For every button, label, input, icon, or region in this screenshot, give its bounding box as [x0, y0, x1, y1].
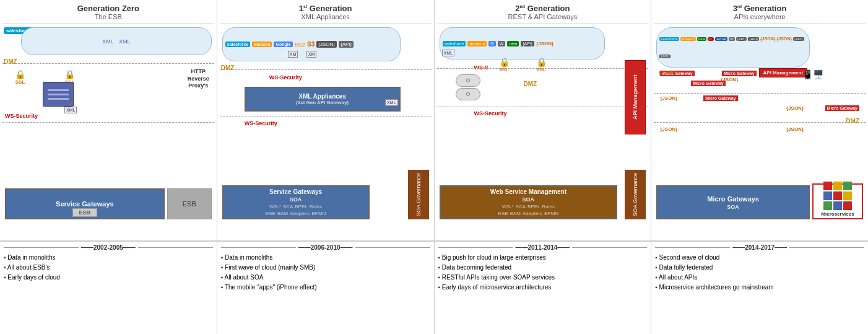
ssl-left-gen0: 🔒 SSL: [15, 69, 25, 85]
ws-security-gen1-bottom: WS-Security: [245, 120, 277, 126]
xml-doc-gen1-1: XM: [288, 51, 298, 58]
timeline-row: ——2002-2005—— Data in monoliths All abou…: [0, 241, 868, 334]
xml-badge-1: XML: [102, 38, 114, 45]
bullet-gen0-3: Early days of cloud: [4, 273, 213, 281]
bullet-gen1-4: The mobile "apps" (iPhone effect): [221, 283, 430, 291]
gen1-title: 1st Generation: [220, 4, 432, 13]
api-badge-gen1: {API}: [339, 41, 354, 48]
xml-doc-gen1-3: XML: [385, 99, 397, 106]
ms-cell-b1: [823, 191, 832, 200]
json-gen3-mid2: {JSON}: [786, 105, 804, 111]
ms-cell-r1: [823, 182, 832, 190]
new-gen2: new: [507, 41, 519, 46]
json-gen3-top1: {JSON}: [659, 69, 676, 75]
ms-cell-b2: [833, 201, 842, 210]
dmz-label-gen0: DMZ: [4, 58, 17, 65]
gen2-header: 2nd Generation REST & API Gateways: [437, 2, 649, 24]
xml-doc-gen2: XML: [442, 50, 454, 56]
json-gen3-bot1: {JSON}: [660, 126, 677, 132]
xml-doc-gen0: XML: [64, 107, 77, 113]
timeline-col-gen0: ——2002-2005—— Data in monoliths All abou…: [0, 242, 217, 334]
ms-cell-g2: [823, 201, 832, 210]
wss-gen2: WS-S: [474, 64, 489, 71]
s3-gen1: S3: [307, 41, 315, 48]
api-mgmt-gen3: API Management: [759, 68, 807, 77]
google-gen2: G: [488, 41, 495, 46]
timeline-col-gen3: ——2014-2017—— Second wave of cloud Data …: [651, 242, 868, 334]
service-gateways-gen1: Service Gateways SOA WS-*SCABPELRules ES…: [222, 185, 370, 219]
api-gen2: {API}: [521, 41, 534, 46]
main-container: Generation Zero The ESB salesforce XML X…: [0, 0, 868, 334]
bullet-gen2-4: Early days of microservice architectures: [438, 283, 648, 291]
micro-gw-label: Micro Gateways: [707, 195, 759, 203]
column-gen3: 3rd Generation APIs everywhere salesforc…: [651, 0, 868, 240]
bullet-gen3-1: Second wave of cloud: [655, 253, 864, 261]
ms-cell-y2: [843, 191, 852, 200]
dashed-bottom-gen0: [2, 122, 214, 123]
ms-cell-g1: [843, 182, 852, 190]
gray-box-gen0: ESB: [167, 188, 212, 219]
json-gen3-mid1: {JSON}: [660, 95, 677, 101]
bullet-gen1-2: First wave of cloud (mainly SMB): [221, 263, 430, 271]
sg-gen1-subrow1: WS-*SCABPELRules: [269, 204, 322, 209]
new-gen3: new: [697, 37, 706, 41]
bullet-gen2-1: Big push for cloud in large enterprises: [438, 253, 648, 261]
period-gen3: ——2014-2017——: [655, 244, 864, 251]
web-service-mgmt-gen2: Web Service Management SOA WS-*SCABPELRu…: [440, 185, 618, 219]
timeline-col-gen2: ——2011-2014—— Big push for cloud in larg…: [435, 242, 652, 334]
wsm-subrow1: WS-*SCABPELRules: [502, 204, 555, 209]
dmz-label-gen2: DMZ: [524, 81, 537, 87]
micro-gw-gen3-5: Micro Gateway: [825, 105, 859, 111]
google-gen1: Google: [274, 42, 292, 47]
wsm-label: Web Service Management: [490, 188, 566, 195]
amazon-gen1: amazon: [252, 42, 272, 47]
gen0-diagram: salesforce XML XML DMZ 🔒 SSL 🔒: [2, 26, 214, 238]
bullets-gen0: Data in monoliths All about ESB's Early …: [4, 253, 213, 281]
micro-gw-gen3-2: Micro Gateway: [722, 71, 756, 76]
soa-governance-gen2: SOA Governance: [625, 170, 646, 219]
azure-gen3: Azure: [715, 37, 727, 41]
bullet-gen3-4: Microservice architectures go mainstream: [655, 283, 864, 291]
dashed-top-gen3: [654, 93, 866, 94]
json-gen3-2: {JSON}: [777, 37, 792, 41]
microservices-label: Microservices: [821, 211, 854, 217]
micro-gw-gen3-4: Micro Gateway: [703, 95, 737, 101]
gen2-diagram: salesforce amazon G W new {API} {JSON} X…: [437, 26, 649, 238]
bullets-gen1: Data in monoliths First wave of cloud (m…: [221, 253, 430, 291]
column-gen2: 2nd Generation REST & API Gateways sales…: [435, 0, 652, 240]
soa-label-gen3: SOA: [727, 204, 739, 210]
gen3-title: 3rd Generation: [654, 4, 866, 13]
amazon-gen2: amazon: [467, 41, 487, 46]
bullet-gen1-3: All about SOA: [221, 273, 430, 281]
gen2-title: 2nd Generation: [437, 4, 649, 13]
amazon-gen3: amazon: [680, 37, 696, 41]
mobile-icons-gen3: 📱🖥️: [802, 69, 823, 79]
soa-label-gen2: SOA: [523, 196, 535, 203]
gen2-cloud: salesforce amazon G W new {API} {JSON}: [440, 27, 605, 59]
sg-gen1-subrow2: ESBBAMAdaptersBPMN: [266, 211, 326, 216]
gen2-subtitle: REST & API Gateways: [437, 13, 649, 20]
dashed-mid-gen1: [220, 116, 432, 116]
soa-governance-gen1: SOA Governance: [408, 170, 429, 219]
xml-badge-2: XML: [119, 38, 131, 45]
soa-label-gen1: SOA: [290, 196, 302, 203]
ec2-gen1: EC2: [295, 42, 306, 48]
period-gen0: ——2002-2005——: [4, 244, 213, 251]
router-gen2-1: ⬡: [456, 74, 480, 87]
router-gen2-2: ⬡: [456, 88, 480, 100]
gen0-title: Generation Zero: [2, 4, 214, 13]
bullet-gen3-2: Data fully federated: [655, 263, 864, 271]
dashed-mid-gen2: [437, 107, 649, 107]
bullets-gen2: Big push for cloud in large enterprises …: [438, 253, 648, 291]
gen1-diagram: salesforce amazon Google EC2 S3 {JSON} {…: [220, 26, 432, 238]
gen3-header: 3rd Generation APIs everywhere: [654, 2, 866, 24]
salesforce-gen1: salesforce: [225, 42, 251, 47]
microservices-box: Microservices: [812, 183, 863, 219]
gen1-subtitle: XML Appliances: [220, 13, 432, 20]
sg-gen1-label: Service Gateways: [269, 188, 322, 195]
api-gen3-4: {API}: [659, 55, 671, 58]
gen1-header: 1st Generation XML Appliances: [220, 2, 432, 24]
dashed-top-gen1: [220, 69, 432, 70]
esb-label: ESB: [72, 208, 97, 217]
api-gen3-2: {API}: [748, 37, 759, 41]
